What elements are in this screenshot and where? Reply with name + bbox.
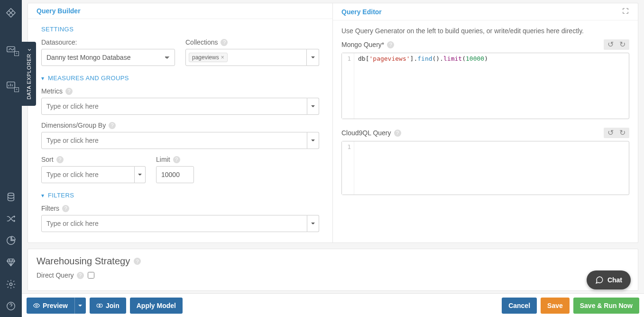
remove-token-icon[interactable]: × — [221, 54, 224, 61]
nav-gear-icon[interactable] — [0, 273, 22, 295]
collection-token: pageviews × — [189, 53, 228, 62]
query-editor-column: Query Editor Use Query Generator on the … — [333, 3, 638, 242]
preview-button[interactable]: Preview — [27, 298, 74, 314]
chevron-down-icon: ▾ — [41, 192, 44, 199]
data-explorer-tab[interactable]: DATA EXPLORER — [22, 42, 36, 106]
filters-label: Filters ? — [41, 205, 319, 212]
filters-dropdown-button[interactable] — [307, 215, 319, 232]
settings-section-title: SETTINGS — [41, 26, 319, 33]
sort-input[interactable] — [41, 166, 135, 183]
gutter: 1 — [342, 141, 354, 195]
nav-pie-icon[interactable] — [0, 230, 22, 252]
help-icon[interactable]: ? — [387, 41, 394, 48]
join-button[interactable]: Join — [90, 298, 126, 314]
dimensions-label: Dimensions/Group By ? — [41, 121, 319, 129]
undo-icon[interactable]: ↺ — [607, 129, 614, 137]
preview-dropdown-button[interactable] — [74, 298, 86, 314]
collections-input[interactable]: pageviews × — [185, 49, 307, 66]
help-icon[interactable]: ? — [221, 39, 228, 46]
metrics-dropdown-button[interactable] — [307, 98, 319, 115]
nav-diamond-icon[interactable] — [0, 252, 22, 273]
svg-point-7 — [99, 304, 102, 307]
editor-hint: Use Query Generator on the left to build… — [333, 27, 638, 35]
warehousing-panel: Warehousing Strategy ? Direct Query ? — [28, 249, 638, 291]
nav-help-icon[interactable] — [0, 295, 22, 317]
dimensions-dropdown-button[interactable] — [307, 132, 319, 149]
gutter: 1 — [342, 53, 354, 119]
nav-database-icon[interactable] — [0, 186, 22, 208]
help-icon[interactable]: ? — [62, 205, 69, 212]
cloud9-code[interactable] — [354, 141, 629, 195]
cloud9-toolbox: ↺ ↻ — [604, 128, 629, 138]
query-panel: Query Builder SETTINGS Datasource: Danny… — [28, 3, 638, 243]
mongo-code[interactable]: db['pageviews'].find().limit(10000) — [354, 53, 629, 119]
warehousing-title: Warehousing Strategy ? — [37, 256, 629, 267]
svg-point-5 — [36, 305, 37, 307]
left-nav: + + — [0, 0, 22, 317]
mongo-query-label: Mongo Query* ? — [341, 41, 394, 48]
save-button[interactable]: Save — [541, 298, 570, 314]
help-icon[interactable]: ? — [77, 272, 84, 279]
nav-shuffle-icon[interactable] — [0, 208, 22, 230]
help-icon[interactable]: ? — [56, 156, 64, 163]
filters-section-toggle[interactable]: ▾ FILTERS — [41, 192, 319, 199]
metrics-input[interactable] — [41, 98, 307, 115]
direct-query-label: Direct Query ? — [37, 271, 84, 279]
datasource-select[interactable]: Danny test Mongo Database — [41, 49, 175, 66]
mongo-query-editor[interactable]: 1 db['pageviews'].find().limit(10000) — [341, 53, 629, 119]
footer-action-bar: Preview Join Apply Model Cancel Save Sav… — [22, 293, 644, 317]
apply-model-button[interactable]: Apply Model — [130, 298, 183, 314]
limit-input[interactable] — [156, 166, 194, 183]
filters-input[interactable] — [41, 215, 307, 232]
help-icon[interactable]: ? — [173, 156, 180, 163]
svg-point-3 — [9, 283, 12, 286]
chevron-down-icon: ▾ — [41, 75, 44, 82]
expand-icon[interactable] — [622, 7, 629, 16]
cloud9ql-label: Cloud9QL Query ? — [341, 129, 401, 137]
mongo-toolbox: ↺ ↻ — [604, 39, 629, 50]
query-builder-column: Query Builder SETTINGS Datasource: Danny… — [28, 3, 333, 242]
dimensions-input[interactable] — [41, 132, 307, 149]
chat-label: Chat — [607, 276, 622, 284]
metrics-label: Metrics ? — [41, 87, 319, 95]
help-icon[interactable]: ? — [109, 122, 116, 129]
limit-label: Limit ? — [156, 156, 194, 163]
measures-section-toggle[interactable]: ▾ MEASURES AND GROUPS — [41, 75, 319, 82]
sort-dropdown-button[interactable] — [135, 166, 146, 183]
cancel-button[interactable]: Cancel — [502, 298, 537, 314]
help-icon[interactable]: ? — [65, 88, 73, 95]
nav-logo-icon[interactable] — [0, 2, 22, 24]
direct-query-checkbox[interactable] — [88, 272, 94, 279]
redo-icon[interactable]: ↻ — [619, 41, 626, 48]
nav-chart-icon[interactable]: + — [0, 74, 22, 96]
svg-point-2 — [8, 193, 14, 196]
collections-dropdown-button[interactable] — [307, 49, 319, 66]
redo-icon[interactable]: ↻ — [619, 129, 626, 137]
query-builder-title: Query Builder — [37, 7, 81, 15]
svg-rect-1 — [7, 82, 15, 88]
help-icon[interactable]: ? — [394, 130, 401, 137]
query-editor-title: Query Editor — [341, 8, 382, 16]
sort-label: Sort ? — [41, 156, 146, 163]
collections-label: Collections ? — [185, 38, 319, 46]
datasource-label: Datasource: — [41, 38, 175, 46]
cloud9ql-editor[interactable]: 1 — [341, 141, 629, 195]
chat-button[interactable]: Chat — [587, 270, 631, 289]
undo-icon[interactable]: ↺ — [607, 41, 614, 48]
main-area: Query Builder SETTINGS Datasource: Danny… — [22, 0, 644, 317]
nav-dashboard-icon[interactable]: + — [0, 38, 22, 60]
data-explorer-label: DATA EXPLORER — [25, 48, 33, 100]
save-run-button[interactable]: Save & Run Now — [573, 298, 639, 314]
help-icon[interactable]: ? — [134, 258, 141, 265]
